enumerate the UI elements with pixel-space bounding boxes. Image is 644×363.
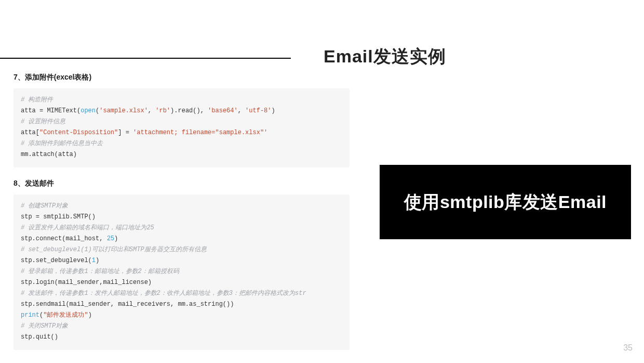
left-content-column: 7、添加附件(excel表格) # 构造附件 atta = MIMEText(o…	[14, 73, 350, 361]
code-comment: # 创建SMTP对象	[21, 202, 68, 210]
code-line: stp.quit()	[21, 333, 58, 341]
page-number: 35	[623, 343, 633, 353]
code-comment: # 添加附件到邮件信息当中去	[21, 140, 103, 147]
callout-box: 使用smtplib库发送Email	[380, 165, 631, 239]
code-block-attachment: # 构造附件 atta = MIMEText(open('sample.xlsx…	[14, 88, 350, 167]
code-comment: # set_debuglevel(1)可以打印出和SMTP服务器交互的所有信息	[21, 246, 207, 253]
section-7-heading: 7、添加附件(excel表格)	[14, 73, 350, 82]
code-line: stp = smtplib.SMTP()	[21, 213, 96, 221]
code-line: mm.attach(atta)	[21, 151, 77, 158]
code-line: stp.set_debuglevel(1)	[21, 257, 99, 264]
code-comment: # 发送邮件，传递参数1：发件人邮箱地址，参数2：收件人邮箱地址，参数3：把邮件…	[21, 290, 306, 297]
code-comment: # 设置附件信息	[21, 118, 65, 125]
code-line: stp.sendmail(mail_sender, mail_receivers…	[21, 301, 234, 308]
section-8-heading: 8、发送邮件	[14, 179, 350, 188]
code-line: stp.connect(mail_host, 25)	[21, 235, 118, 242]
slide-page: Email发送实例 7、添加附件(excel表格) # 构造附件 atta = …	[0, 0, 644, 363]
page-title: Email发送实例	[324, 45, 446, 69]
code-line: print("邮件发送成功")	[21, 312, 92, 319]
code-comment: # 设置发件人邮箱的域名和端口，端口地址为25	[21, 224, 154, 231]
code-comment: # 构造附件	[21, 96, 53, 103]
code-line: atta["Content-Disposition"] = 'attachmen…	[21, 129, 267, 136]
callout-text: 使用smtplib库发送Email	[404, 190, 607, 214]
code-line: atta = MIMEText(open('sample.xlsx', 'rb'…	[21, 107, 275, 114]
code-comment: # 登录邮箱，传递参数1：邮箱地址，参数2：邮箱授权码	[21, 268, 179, 275]
horizontal-rule	[0, 58, 291, 59]
code-comment: # 关闭SMTP对象	[21, 322, 68, 330]
code-block-send: # 创建SMTP对象 stp = smtplib.SMTP() # 设置发件人邮…	[14, 195, 350, 350]
code-line: stp.login(mail_sender,mail_license)	[21, 279, 152, 286]
